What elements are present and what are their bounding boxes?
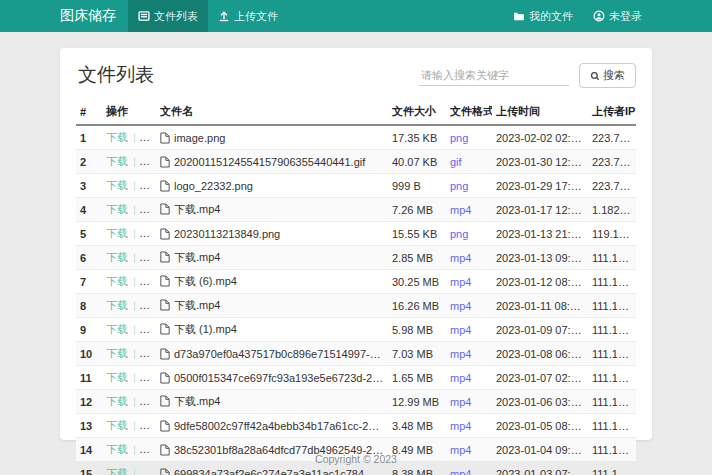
download-link[interactable]: 下载 — [106, 275, 128, 287]
file-icon — [160, 420, 170, 432]
format-link[interactable]: mp4 — [450, 420, 471, 432]
download-link[interactable]: 下载 — [106, 395, 128, 407]
format-link[interactable]: mp4 — [450, 300, 471, 312]
row-actions: 下载 | 查看 — [102, 390, 156, 414]
format-link[interactable]: mp4 — [450, 348, 471, 360]
row-filename[interactable]: 20230113213849.png — [156, 222, 388, 246]
format-link[interactable]: mp4 — [450, 204, 471, 216]
action-separator: | — [130, 299, 139, 311]
nav-item-login-status[interactable]: 未登录 — [583, 0, 652, 32]
row-upload-time: 2023-01-17 12:16:26 — [492, 198, 588, 222]
row-size: 1.65 MB — [388, 366, 446, 390]
file-list-card: 文件列表 搜索 # 操作 文件名 文件大 — [60, 48, 652, 440]
row-actions: 下载 | 查看 — [102, 294, 156, 318]
row-filename[interactable]: 0500f015347ce697fc93a193e5e6723d-2023-01… — [156, 366, 388, 390]
header-time: 上传时间 — [492, 99, 588, 125]
row-index: 8 — [76, 294, 102, 318]
download-link[interactable]: 下载 — [106, 131, 128, 143]
filename-text: 下载.mp4 — [174, 251, 220, 263]
row-size: 40.07 KB — [388, 150, 446, 174]
download-link[interactable]: 下载 — [106, 371, 128, 383]
download-link[interactable]: 下载 — [106, 419, 128, 431]
row-uploader-ip: 111.127.16.* — [588, 414, 636, 438]
row-upload-time: 2023-01-07 02:35:23 — [492, 366, 588, 390]
row-actions: 下载 | 查看 — [102, 246, 156, 270]
format-link[interactable]: mp4 — [450, 396, 471, 408]
row-index: 1 — [76, 125, 102, 150]
row-filename[interactable]: 下载.mp4 — [156, 390, 388, 414]
file-table: # 操作 文件名 文件大小 文件格式 上传时间 上传者IP 1 下载 | 查看 — [76, 99, 636, 475]
row-format: mp4 — [446, 342, 492, 366]
format-link[interactable]: mp4 — [450, 276, 471, 288]
search-input[interactable] — [419, 65, 569, 86]
format-link[interactable]: mp4 — [450, 372, 471, 384]
format-link[interactable]: png — [450, 228, 468, 240]
nav-item-label: 文件列表 — [154, 9, 198, 24]
row-uploader-ip: 111.127.16.* — [588, 318, 636, 342]
row-actions: 下载 | 查看 — [102, 366, 156, 390]
action-separator: | — [130, 275, 139, 287]
row-uploader-ip: 223.73.177.* — [588, 150, 636, 174]
search-button[interactable]: 搜索 — [579, 63, 636, 88]
nav-item-my-files[interactable]: 我的文件 — [503, 0, 583, 32]
row-format: mp4 — [446, 270, 492, 294]
format-link[interactable]: mp4 — [450, 252, 471, 264]
table-row: 5 下载 | 查看 20230113213849.png 15.55 KB pn… — [76, 222, 636, 246]
download-link[interactable]: 下载 — [106, 443, 128, 455]
row-filename[interactable]: 下载.mp4 — [156, 246, 388, 270]
brand-title[interactable]: 图床储存 — [60, 0, 116, 32]
download-link[interactable]: 下载 — [106, 203, 128, 215]
table-row: 7 下载 | 查看 下载 (6).mp4 30.25 MB mp4 2023-0… — [76, 270, 636, 294]
download-link[interactable]: 下载 — [106, 467, 128, 475]
action-separator: | — [130, 131, 139, 143]
row-upload-time: 2023-01-11 08:19:44 — [492, 294, 588, 318]
action-separator: | — [130, 467, 139, 475]
format-link[interactable]: mp4 — [450, 468, 471, 475]
table-row: 8 下载 | 查看 下载.mp4 16.26 MB mp4 2023-01-11… — [76, 294, 636, 318]
row-uploader-ip: 111.127.16.* — [588, 294, 636, 318]
download-link[interactable]: 下载 — [106, 347, 128, 359]
row-actions: 下载 | 查看 — [102, 174, 156, 198]
download-link[interactable]: 下载 — [106, 299, 128, 311]
row-index: 11 — [76, 366, 102, 390]
row-index: 6 — [76, 246, 102, 270]
format-link[interactable]: mp4 — [450, 444, 471, 456]
file-icon — [160, 180, 170, 192]
row-filename[interactable]: 下载 (6).mp4 — [156, 270, 388, 294]
row-format: gif — [446, 150, 492, 174]
nav-item-file-list[interactable]: 文件列表 — [128, 0, 208, 32]
file-icon — [160, 203, 170, 215]
nav-item-upload[interactable]: 上传文件 — [208, 0, 288, 32]
file-icon — [160, 444, 170, 456]
format-link[interactable]: png — [450, 180, 468, 192]
row-filename[interactable]: logo_22332.png — [156, 174, 388, 198]
download-link[interactable]: 下载 — [106, 179, 128, 191]
row-actions: 下载 | 查看 — [102, 125, 156, 150]
row-filename[interactable]: 20200115124554157906355440441.gif — [156, 150, 388, 174]
format-link[interactable]: gif — [450, 156, 462, 168]
row-format: png — [446, 222, 492, 246]
row-uploader-ip: 223.73.177.* — [588, 125, 636, 150]
filename-text: image.png — [174, 132, 225, 144]
filename-text: 下载.mp4 — [174, 203, 220, 215]
download-link[interactable]: 下载 — [106, 227, 128, 239]
row-actions: 下载 | 查看 — [102, 414, 156, 438]
row-format: png — [446, 174, 492, 198]
row-uploader-ip: 111.127.16.* — [588, 390, 636, 414]
row-filename[interactable]: image.png — [156, 125, 388, 150]
row-upload-time: 2023-01-13 09:48:55 — [492, 246, 588, 270]
row-index: 7 — [76, 270, 102, 294]
row-filename[interactable]: 下载.mp4 — [156, 198, 388, 222]
row-filename[interactable]: 下载 (1).mp4 — [156, 318, 388, 342]
download-link[interactable]: 下载 — [106, 323, 128, 335]
download-link[interactable]: 下载 — [106, 155, 128, 167]
row-filename[interactable]: 9dfe58002c97ff42a4bebb34b17a61cc-2023-01… — [156, 414, 388, 438]
row-filename[interactable]: 下载.mp4 — [156, 294, 388, 318]
row-index: 4 — [76, 198, 102, 222]
format-link[interactable]: mp4 — [450, 324, 471, 336]
download-link[interactable]: 下载 — [106, 251, 128, 263]
format-link[interactable]: png — [450, 132, 468, 144]
row-filename[interactable]: d73a970ef0a437517b0c896e71514997-2023-01… — [156, 342, 388, 366]
row-actions: 下载 | 查看 — [102, 342, 156, 366]
row-index: 2 — [76, 150, 102, 174]
